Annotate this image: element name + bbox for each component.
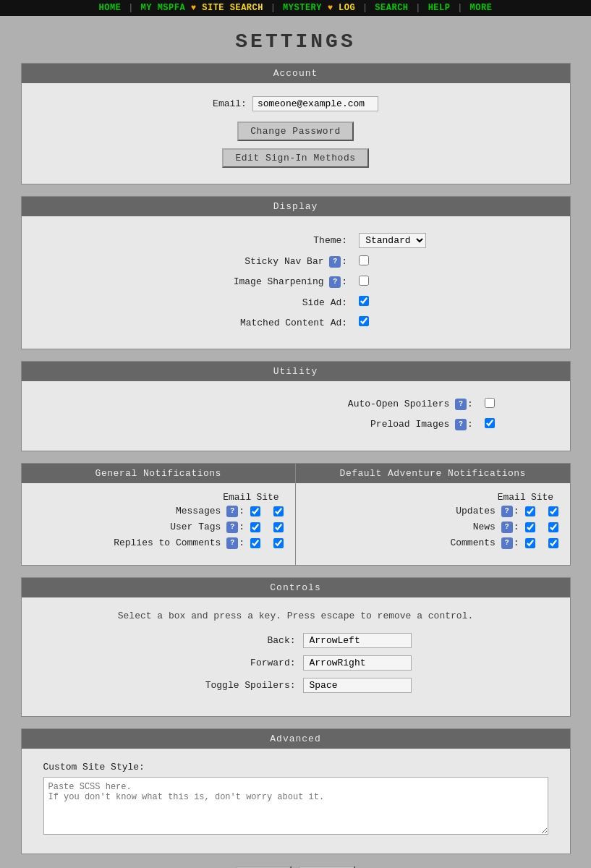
user-tags-site-checkbox[interactable] [273, 522, 284, 532]
nav-link-mymspfa[interactable]: MY MSPFA [141, 3, 186, 13]
auto-open-spoilers-help-icon[interactable]: ? [455, 399, 467, 410]
nav-link-sitesearch[interactable]: SITE SEARCH [202, 3, 263, 13]
news-help-icon[interactable]: ? [501, 522, 513, 533]
nav-link-search[interactable]: SEARCH [375, 3, 408, 13]
preload-images-label: Preload Images [370, 419, 449, 430]
comments-email-checkbox[interactable] [525, 538, 535, 548]
image-sharpening-checkbox[interactable] [359, 276, 369, 286]
adventure-email-col-header: Email [498, 492, 524, 503]
preload-images-checkbox[interactable] [485, 418, 495, 428]
image-sharpening-help-icon[interactable]: ? [329, 276, 341, 288]
email-field-row: Email: [43, 96, 548, 111]
side-ad-checkbox[interactable] [359, 296, 369, 306]
adventure-notifications-body: Email Site Updates ?: News [296, 483, 570, 565]
toggle-spoilers-control-input[interactable] [303, 678, 412, 693]
messages-help-icon[interactable]: ? [226, 506, 238, 517]
preload-images-label-cell: Preload Images ?: [43, 414, 479, 435]
general-notifications-header: General Notifications [22, 464, 296, 483]
email-label: Email: [213, 98, 247, 109]
user-tags-row: User Tags ?: [33, 522, 284, 533]
controls-info-text: Select a box and press a key. Press esca… [43, 610, 548, 621]
toggle-spoilers-control-label: Toggle Spoilers: [180, 680, 296, 691]
nav-sep-5: | [457, 3, 468, 13]
matched-content-value-cell [353, 312, 548, 333]
user-tags-email-checkbox[interactable] [250, 522, 260, 532]
nav-link-log[interactable]: LOG [339, 3, 355, 13]
page-title: SETTINGS [21, 16, 571, 63]
sticky-nav-help-icon[interactable]: ? [329, 256, 341, 268]
advanced-section-header: Advanced [22, 729, 570, 749]
replies-help-icon[interactable]: ? [226, 537, 238, 549]
nav-link-mystery[interactable]: MYSTERY [283, 3, 322, 13]
side-ad-label-cell: Side Ad: [43, 292, 354, 312]
nav-sep-4: | [415, 3, 426, 13]
user-tags-checks [250, 522, 284, 532]
nav-link-more[interactable]: MORE [470, 3, 493, 13]
display-section-body: Theme: Standard Dark Light Sticky Nav Ba… [22, 216, 570, 349]
image-sharpening-row: Image Sharpening ?: [43, 272, 548, 292]
auto-open-spoilers-label-cell: Auto-Open Spoilers ?: [43, 394, 479, 414]
theme-row: Theme: Standard Dark Light [43, 229, 548, 252]
sticky-nav-value-cell [353, 252, 548, 272]
toggle-spoilers-control-row: Toggle Spoilers: [43, 678, 548, 693]
news-site-checkbox[interactable] [548, 522, 558, 532]
news-row: News ?: [307, 522, 558, 533]
back-control-input[interactable] [303, 633, 412, 648]
comments-help-icon[interactable]: ? [501, 537, 513, 549]
forward-control-input[interactable] [303, 655, 412, 671]
auto-open-spoilers-checkbox[interactable] [485, 398, 495, 408]
updates-email-checkbox[interactable] [525, 506, 535, 516]
advanced-section-body: Custom Site Style: [22, 749, 570, 854]
sticky-nav-checkbox[interactable] [359, 255, 369, 265]
advanced-section: Advanced Custom Site Style: [21, 728, 571, 854]
general-email-col-header: Email [223, 492, 249, 503]
messages-label: Messages ?: [176, 506, 245, 517]
side-ad-row: Side Ad: [43, 292, 548, 312]
preload-images-help-icon[interactable]: ? [455, 419, 467, 430]
change-password-button[interactable]: Change Password [237, 122, 354, 141]
news-email-checkbox[interactable] [525, 522, 535, 532]
account-section: Account Email: Change Password Edit Sign… [21, 63, 571, 184]
replies-label: Replies to Comments ?: [114, 537, 245, 549]
sticky-nav-row: Sticky Nav Bar ?: [43, 252, 548, 272]
back-control-row: Back: [43, 633, 548, 648]
updates-label: Updates ?: [456, 506, 519, 517]
nav-link-help[interactable]: HELP [428, 3, 451, 13]
messages-email-checkbox[interactable] [250, 506, 260, 516]
edit-signin-button[interactable]: Edit Sign-In Methods [222, 148, 368, 168]
controls-section-body: Select a box and press a key. Press esca… [22, 597, 570, 716]
general-notifications-panel: General Notifications Email Site Message… [22, 464, 296, 565]
theme-value-cell: Standard Dark Light [353, 229, 548, 252]
nav-link-home[interactable]: HOME [99, 3, 122, 13]
account-section-body: Email: Change Password Edit Sign-In Meth… [22, 83, 570, 184]
matched-content-checkbox[interactable] [359, 316, 369, 326]
adventure-site-col-header: Site [530, 492, 556, 503]
heart-icon-1: ♥ [191, 3, 202, 13]
news-checks [525, 522, 558, 532]
comments-label: Comments ?: [450, 537, 519, 549]
messages-site-checkbox[interactable] [273, 506, 284, 516]
auto-open-spoilers-label: Auto-Open Spoilers [348, 399, 449, 409]
forward-control-label: Forward: [180, 658, 296, 668]
adventure-notifications-header: Default Adventure Notifications [296, 464, 570, 483]
replies-checks [250, 538, 284, 548]
email-input[interactable] [252, 96, 378, 111]
comments-site-checkbox[interactable] [548, 538, 558, 548]
user-tags-label: User Tags ?: [170, 522, 245, 533]
updates-row: Updates ?: [307, 506, 558, 517]
utility-settings-table: Auto-Open Spoilers ?: Preload Images ?: [43, 394, 548, 435]
updates-site-checkbox[interactable] [548, 506, 558, 516]
custom-style-label: Custom Site Style: [43, 762, 548, 773]
custom-style-textarea[interactable] [43, 777, 548, 835]
updates-help-icon[interactable]: ? [501, 506, 513, 517]
side-ad-value-cell [353, 292, 548, 312]
user-tags-help-icon[interactable]: ? [226, 522, 238, 533]
forward-control-row: Forward: [43, 655, 548, 671]
messages-checks [250, 506, 284, 516]
display-section-header: Display [22, 197, 570, 216]
replies-site-checkbox[interactable] [273, 538, 284, 548]
theme-select[interactable]: Standard Dark Light [359, 233, 426, 248]
controls-section-header: Controls [22, 578, 570, 597]
replies-email-checkbox[interactable] [250, 538, 260, 548]
auto-open-spoilers-row: Auto-Open Spoilers ?: [43, 394, 548, 414]
